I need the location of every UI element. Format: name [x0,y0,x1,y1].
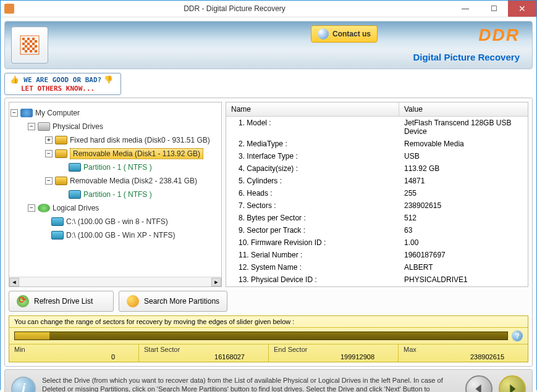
property-row[interactable]: 4. Capacity(size) :113.92 GB [226,162,528,175]
tree-partition-2[interactable]: Partition - 1 ( NTFS ) [11,188,220,201]
property-name: 9. Sector per Track : [226,225,399,235]
property-value: Removable Media [399,139,528,149]
refresh-drive-list-button[interactable]: Refresh Drive List [9,291,114,312]
start-label: Start Sector [144,346,263,353]
property-name: 11. Serial Number : [226,250,399,260]
svg-rect-9 [32,43,35,45]
window-controls: — ☐ ✕ [451,1,536,17]
svg-rect-16 [25,50,27,52]
property-row[interactable]: 12. System Name :ALBERT [226,261,528,273]
tree-label: Logical Drives [53,204,99,212]
tree-label: My Computer [35,109,80,117]
property-row[interactable]: 7. Sectors :238902615 [226,199,528,212]
property-name: 1. Model : [226,118,399,136]
maximize-button[interactable]: ☐ [480,1,508,17]
col-value[interactable]: Value [399,102,528,116]
slider-max-cell: Max 238902615 [399,344,528,362]
tree-label: C:\ (100.00 GB - win 8 - NTFS) [66,217,168,226]
horizontal-scrollbar[interactable]: ◄ ► [9,277,221,286]
sector-range-box: You can change the range of sectors for … [9,315,528,362]
tree-label: Fixed hard disk media (Disk0 - 931.51 GB… [70,136,210,144]
svg-rect-6 [35,40,37,43]
property-value: ALBERT [399,262,528,272]
property-value: 113.92 GB [399,164,528,173]
scroll-right-button[interactable]: ► [211,278,221,286]
property-value: 14871 [399,176,528,186]
feedback-button[interactable]: 👍 WE ARE GOOD OR BAD?👎 LET OTHERS KNOW..… [4,73,121,95]
columns: − My Computer − Physical Drives [9,102,528,287]
scroll-track[interactable] [19,278,211,286]
partition-icon [69,190,81,199]
next-button[interactable] [499,375,526,392]
property-value: 63 [399,225,528,235]
property-row[interactable]: 1. Model :JetFlash Transcend 128GB USB D… [226,117,528,138]
brand-title: DDR [478,25,520,45]
logical-drives-icon [38,204,50,212]
collapse-icon[interactable]: − [45,150,53,157]
property-name: 2. MediaType : [226,139,399,149]
property-row[interactable]: 9. Sector per Track :63 [226,224,528,236]
collapse-icon[interactable]: − [28,204,35,212]
help-icon[interactable]: ? [512,330,523,341]
close-button[interactable]: ✕ [508,1,536,17]
tree-partition-1[interactable]: Partition - 1 ( NTFS ) [11,161,220,174]
minimize-button[interactable]: — [451,1,480,17]
search-icon [127,295,139,307]
refresh-icon [17,295,29,307]
disk-icon [55,177,67,185]
svg-rect-11 [30,45,32,48]
feedback-bar: 👍 WE ARE GOOD OR BAD?👎 LET OTHERS KNOW..… [4,73,533,95]
tree-removable-2[interactable]: − Removable Media (Disk2 - 238.41 GB) [11,174,220,188]
slider-range[interactable] [15,332,49,340]
expand-icon[interactable]: + [45,136,53,144]
slider-row: ? [9,328,528,344]
feedback-line1: WE ARE GOOD OR BAD? [23,76,101,84]
tree-drive-d[interactable]: D:\ (100.00 GB - Win XP - NTFS) [11,228,220,242]
properties-panel: Name Value 1. Model :JetFlash Transcend … [226,102,528,287]
tree-removable-1[interactable]: − Removable Media (Disk1 - 113.92 GB) [11,147,220,161]
max-value: 238902615 [404,353,523,361]
property-value: USB [399,151,528,161]
collapse-icon[interactable]: − [45,177,53,185]
property-row[interactable]: 13. Physical Device ID :PHYSICALDRIVE1 [226,273,528,286]
properties-header: Name Value [226,102,528,117]
property-name: 4. Capacity(size) : [226,164,399,173]
footer-panel: i Select the Drive (from which you want … [4,369,533,392]
property-row[interactable]: 3. Interface Type :USB [226,150,528,162]
svg-rect-2 [27,38,30,40]
slider-end-cell: End Sector 199912908 [269,344,399,362]
property-name: 8. Bytes per Sector : [226,213,399,223]
scroll-left-button[interactable]: ◄ [9,278,19,286]
property-row[interactable]: 6. Heads :255 [226,187,528,199]
tree-logical-drives[interactable]: − Logical Drives [11,201,220,215]
collapse-icon[interactable]: − [28,123,35,130]
svg-rect-10 [25,45,27,48]
col-name[interactable]: Name [226,102,399,116]
property-row[interactable]: 5. Cylinders :14871 [226,175,528,187]
search-more-partitions-button[interactable]: Search More Partitions [119,291,227,312]
collapse-icon[interactable]: − [11,109,18,117]
property-name: 7. Sectors : [226,201,399,211]
property-value: PHYSICALDRIVE1 [399,275,528,285]
tree-root[interactable]: − My Computer [11,106,220,120]
button-label: Search More Partitions [144,297,219,306]
drive-icon [38,122,50,131]
drive-tree: − My Computer − Physical Drives [9,102,221,246]
property-name: 12. System Name : [226,262,399,272]
property-row[interactable]: 11. Serial Number :1960187697 [226,249,528,261]
back-button[interactable] [465,375,493,392]
property-row[interactable]: 10. Firmware Revision ID :1.00 [226,236,528,249]
sector-slider[interactable] [14,332,508,340]
product-subtitle: Digital Picture Recovery [413,52,520,62]
button-label: Refresh Drive List [34,297,93,306]
tree-drive-c[interactable]: C:\ (100.00 GB - win 8 - NTFS) [11,215,220,228]
svg-rect-4 [25,40,27,43]
property-row[interactable]: 2. MediaType :Removable Media [226,138,528,150]
contact-us-button[interactable]: Contact us [311,25,378,43]
tree-fixed-disk[interactable]: + Fixed hard disk media (Disk0 - 931.51 … [11,133,220,147]
tree-physical-drives[interactable]: − Physical Drives [11,120,220,133]
slider-start-cell: Start Sector 16168027 [139,344,269,362]
tree-label: D:\ (100.00 GB - Win XP - NTFS) [66,231,175,240]
property-row[interactable]: 8. Bytes per Sector :512 [226,212,528,224]
svg-rect-5 [30,40,32,43]
